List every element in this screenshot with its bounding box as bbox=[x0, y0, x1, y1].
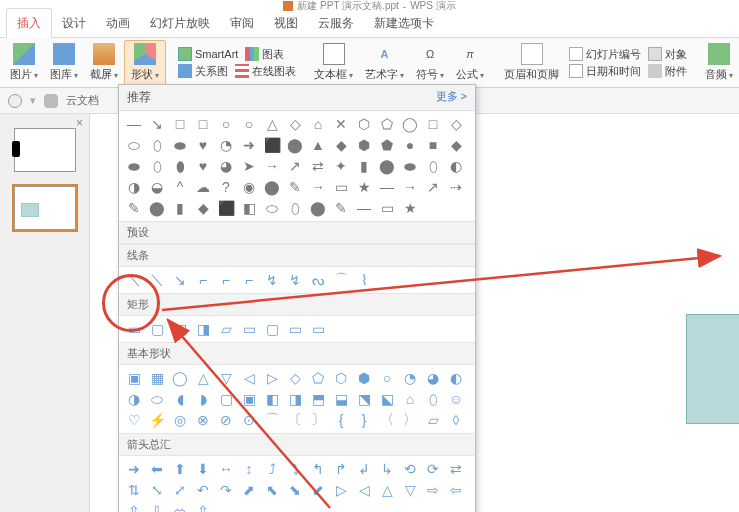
shape-option[interactable]: → bbox=[263, 157, 281, 175]
shape-option[interactable]: ▮ bbox=[171, 199, 189, 217]
shape-option[interactable]: ⬭ bbox=[125, 136, 143, 154]
shape-option[interactable]: ⬭ bbox=[263, 199, 281, 217]
shape-option[interactable]: ⬛ bbox=[263, 136, 281, 154]
btn-slide-number[interactable]: 幻灯片编号对象 bbox=[569, 47, 687, 62]
shape-option[interactable]: ◎ bbox=[171, 411, 189, 429]
shape-option[interactable]: ◑ bbox=[125, 390, 143, 408]
shape-option[interactable]: ■ bbox=[424, 136, 442, 154]
shape-option[interactable]: ⇩ bbox=[148, 502, 166, 512]
tab-cloud[interactable]: 云服务 bbox=[308, 9, 364, 37]
shape-option[interactable]: △ bbox=[263, 115, 281, 133]
shape-option[interactable]: ⌐ bbox=[217, 271, 235, 289]
shape-option[interactable]: ▭ bbox=[332, 178, 350, 196]
shape-option[interactable]: ⌐ bbox=[194, 271, 212, 289]
shape-option[interactable]: ⊗ bbox=[194, 411, 212, 429]
shape-option[interactable]: ◆ bbox=[194, 199, 212, 217]
shape-option[interactable]: ◯ bbox=[171, 369, 189, 387]
shape-option[interactable]: ↷ bbox=[217, 481, 235, 499]
shape-option[interactable]: ＼ bbox=[148, 271, 166, 289]
shape-option[interactable]: ☺ bbox=[447, 390, 465, 408]
shape-option[interactable]: ⬔ bbox=[355, 390, 373, 408]
shape-option[interactable]: ⌐ bbox=[240, 271, 258, 289]
shape-option[interactable]: ⇢ bbox=[447, 178, 465, 196]
shape-option[interactable]: ^ bbox=[171, 178, 189, 196]
shape-option[interactable]: ⬤ bbox=[309, 199, 327, 217]
shape-option[interactable]: ↔ bbox=[217, 460, 235, 478]
shape-option[interactable]: ⬬ bbox=[125, 157, 143, 175]
shape-option[interactable]: ⬤ bbox=[286, 136, 304, 154]
shape-option[interactable]: △ bbox=[378, 481, 396, 499]
shape-option[interactable]: ▷ bbox=[263, 369, 281, 387]
shape-option[interactable]: ⬮ bbox=[171, 157, 189, 175]
tab-review[interactable]: 审阅 bbox=[220, 9, 264, 37]
shape-option[interactable]: ✎ bbox=[286, 178, 304, 196]
shape-option[interactable]: ⚡ bbox=[148, 411, 166, 429]
shape-option[interactable]: ▢ bbox=[148, 320, 166, 338]
btn-picture[interactable]: 图片 bbox=[4, 40, 44, 86]
shape-option[interactable]: ▷ bbox=[332, 481, 350, 499]
shape-option[interactable]: ⬉ bbox=[263, 481, 281, 499]
shape-option[interactable]: ⬯ bbox=[424, 157, 442, 175]
shape-option[interactable]: ⤡ bbox=[148, 481, 166, 499]
shape-option[interactable]: 〉 bbox=[401, 411, 419, 429]
shape-option[interactable]: ◨ bbox=[194, 320, 212, 338]
shape-option[interactable]: ⬡ bbox=[332, 369, 350, 387]
shape-option[interactable]: ⌒ bbox=[332, 271, 350, 289]
shape-option[interactable]: ⬠ bbox=[378, 115, 396, 133]
shape-option[interactable]: ☁ bbox=[194, 178, 212, 196]
shape-option[interactable]: ◁ bbox=[240, 369, 258, 387]
shape-option[interactable]: ◇ bbox=[286, 115, 304, 133]
shape-option[interactable]: ⬤ bbox=[148, 199, 166, 217]
shape-option[interactable]: ↶ bbox=[194, 481, 212, 499]
shape-option[interactable]: — bbox=[378, 178, 396, 196]
shape-option[interactable]: ▽ bbox=[217, 369, 235, 387]
shape-option[interactable]: □ bbox=[194, 115, 212, 133]
shape-option[interactable]: ▭ bbox=[240, 320, 258, 338]
shape-option[interactable]: ◐ bbox=[447, 157, 465, 175]
shape-option[interactable]: ↗ bbox=[286, 157, 304, 175]
tab-animation[interactable]: 动画 bbox=[96, 9, 140, 37]
shape-option[interactable]: ＼ bbox=[125, 271, 143, 289]
shape-option[interactable]: ⬬ bbox=[171, 136, 189, 154]
shape-option[interactable]: ▭ bbox=[378, 199, 396, 217]
shape-option[interactable]: ⬄ bbox=[171, 502, 189, 512]
shape-option[interactable]: ▭ bbox=[309, 320, 327, 338]
shape-option[interactable]: ▽ bbox=[401, 481, 419, 499]
shape-option[interactable]: ▱ bbox=[424, 411, 442, 429]
shape-option[interactable]: ᔓ bbox=[309, 271, 327, 289]
shape-option[interactable]: ➜ bbox=[125, 460, 143, 478]
shape-option[interactable]: ◐ bbox=[447, 369, 465, 387]
btn-audio[interactable]: 音频 bbox=[699, 40, 739, 86]
shape-option[interactable]: ♥ bbox=[194, 157, 212, 175]
shape-option[interactable]: ✕ bbox=[332, 115, 350, 133]
shape-option[interactable]: ◉ bbox=[240, 178, 258, 196]
shape-option[interactable]: ▱ bbox=[217, 320, 235, 338]
shape-option[interactable]: ⬡ bbox=[355, 115, 373, 133]
shape-option[interactable]: ⬛ bbox=[217, 199, 235, 217]
qbar-caret[interactable]: ▾ bbox=[30, 94, 36, 107]
slide-thumb-2[interactable] bbox=[14, 186, 76, 230]
shape-option[interactable]: ⬟ bbox=[378, 136, 396, 154]
shape-option[interactable]: ↱ bbox=[332, 460, 350, 478]
btn-formula[interactable]: π公式 bbox=[450, 40, 490, 86]
shape-option[interactable]: □ bbox=[171, 115, 189, 133]
shape-option[interactable]: ⬈ bbox=[240, 481, 258, 499]
shape-option[interactable]: ⇧ bbox=[125, 502, 143, 512]
shape-option[interactable]: ▦ bbox=[148, 369, 166, 387]
shape-option[interactable]: ⤢ bbox=[171, 481, 189, 499]
shape-option[interactable]: ⬯ bbox=[148, 157, 166, 175]
shape-option[interactable]: ⟲ bbox=[401, 460, 419, 478]
shape-option[interactable]: ◒ bbox=[148, 178, 166, 196]
btn-smartart[interactable]: SmartArt图表 bbox=[178, 47, 296, 62]
btn-textbox[interactable]: 文本框 bbox=[308, 40, 359, 86]
btn-screenshot[interactable]: 截屏 bbox=[84, 40, 124, 86]
dd-more-link[interactable]: 更多 > bbox=[436, 89, 467, 106]
shape-option[interactable]: ◕ bbox=[217, 157, 235, 175]
shape-option[interactable]: ⇦ bbox=[447, 481, 465, 499]
shape-option[interactable]: ⬆ bbox=[171, 460, 189, 478]
shape-option[interactable]: ⌂ bbox=[401, 390, 419, 408]
shape-option[interactable]: ⬅ bbox=[148, 460, 166, 478]
shape-option[interactable]: ⇄ bbox=[309, 157, 327, 175]
tab-design[interactable]: 设计 bbox=[52, 9, 96, 37]
shape-option[interactable]: ▢ bbox=[217, 390, 235, 408]
